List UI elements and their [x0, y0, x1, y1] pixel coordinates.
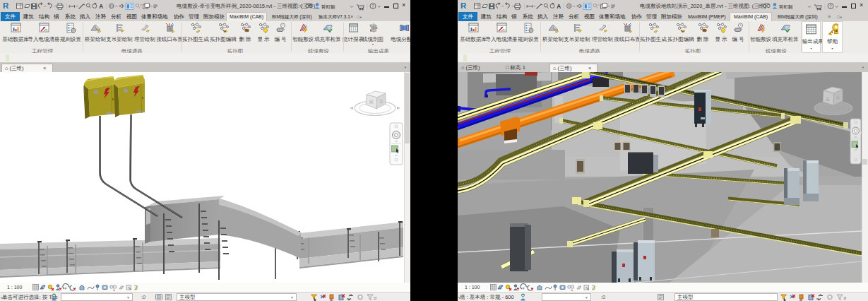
svg-text::0: :0	[373, 296, 377, 300]
svg-text:前: 前	[836, 95, 840, 100]
svg-text:A: A	[557, 4, 561, 10]
svg-text:左: 左	[826, 97, 830, 101]
svg-text:哲町翻: 哲町翻	[779, 4, 793, 10]
svg-text:?: ?	[371, 4, 374, 8]
svg-text:左: 左	[379, 99, 384, 103]
svg-text:前: 前	[369, 100, 374, 104]
svg-text:?: ?	[829, 4, 832, 8]
svg-text::0: :0	[843, 296, 847, 300]
svg-text:哲町翻: 哲町翻	[321, 4, 335, 10]
svg-text:A: A	[99, 4, 103, 10]
